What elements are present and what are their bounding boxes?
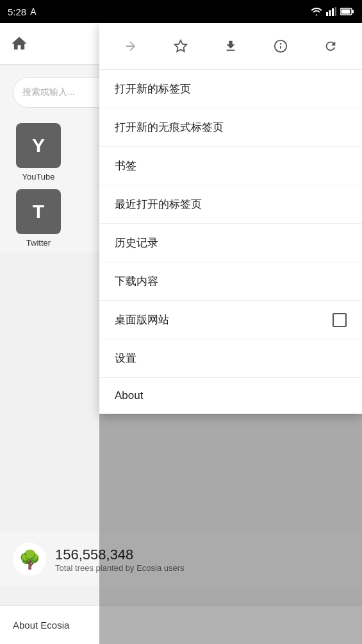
shortcut-youtube[interactable]: Y YouTube — [13, 123, 64, 182]
desktop-site-checkbox[interactable] — [333, 313, 347, 327]
menu-item-new-tab[interactable]: 打开新的标签页 — [99, 70, 362, 108]
svg-rect-3 — [335, 7, 337, 16]
svg-rect-1 — [329, 10, 331, 16]
download-button[interactable] — [217, 32, 245, 60]
twitter-icon: T — [16, 189, 61, 234]
menu-item-desktop-site[interactable]: 桌面版网站 — [99, 301, 362, 339]
wifi-icon — [311, 7, 322, 16]
history-label: 历史记录 — [115, 235, 158, 250]
desktop-site-label: 桌面版网站 — [115, 312, 169, 327]
shortcut-twitter[interactable]: T Twitter — [13, 189, 64, 248]
menu-item-downloads[interactable]: 下载内容 — [99, 262, 362, 301]
dropdown-menu: 打开新的标签页 打开新的无痕式标签页 书签 最近打开的标签页 历史记录 下载内容… — [99, 23, 362, 414]
about-label: About — [115, 389, 143, 402]
shortcuts-container: Y YouTube T Twitter — [0, 123, 64, 253]
recent-tabs-label: 最近打开的标签页 — [115, 197, 202, 212]
status-time: 5:28 — [8, 6, 26, 17]
dropdown-toolbar — [99, 23, 362, 70]
bookmark-button[interactable] — [167, 32, 195, 60]
info-button[interactable] — [267, 32, 295, 60]
signal-icon — [326, 7, 336, 16]
new-tab-label: 打开新的标签页 — [115, 81, 191, 96]
svg-rect-2 — [332, 8, 334, 16]
battery-icon — [340, 8, 354, 15]
svg-rect-6 — [341, 10, 350, 14]
menu-item-bookmarks[interactable]: 书签 — [99, 147, 362, 185]
new-incognito-label: 打开新的无痕式标签页 — [115, 120, 224, 135]
search-bar-placeholder: 搜索或输入... — [22, 87, 75, 98]
menu-item-about[interactable]: About — [99, 378, 362, 414]
settings-label: 设置 — [115, 351, 136, 366]
downloads-label: 下载内容 — [115, 274, 158, 289]
youtube-label: YouTube — [22, 172, 54, 182]
home-icon[interactable] — [10, 35, 28, 53]
status-bar-right — [311, 7, 354, 16]
forward-button[interactable] — [117, 32, 145, 60]
menu-item-new-incognito[interactable]: 打开新的无痕式标签页 — [99, 108, 362, 147]
svg-rect-5 — [352, 10, 354, 13]
bookmarks-label: 书签 — [115, 158, 136, 173]
svg-marker-7 — [175, 40, 186, 51]
refresh-button[interactable] — [317, 32, 345, 60]
about-ecosia-label: About Ecosia — [13, 620, 69, 631]
twitter-label: Twitter — [26, 238, 51, 248]
youtube-icon: Y — [16, 123, 61, 168]
status-bar: 5:28 A — [0, 0, 362, 23]
status-bar-left: 5:28 A — [8, 6, 37, 17]
accessibility-icon: A — [30, 6, 36, 17]
menu-item-history[interactable]: 历史记录 — [99, 224, 362, 262]
menu-item-settings[interactable]: 设置 — [99, 339, 362, 378]
svg-rect-0 — [326, 12, 328, 16]
menu-item-recent-tabs[interactable]: 最近打开的标签页 — [99, 185, 362, 224]
tree-emoji: 🌳 — [19, 549, 41, 570]
ecosia-tree-icon: 🌳 — [13, 543, 46, 576]
